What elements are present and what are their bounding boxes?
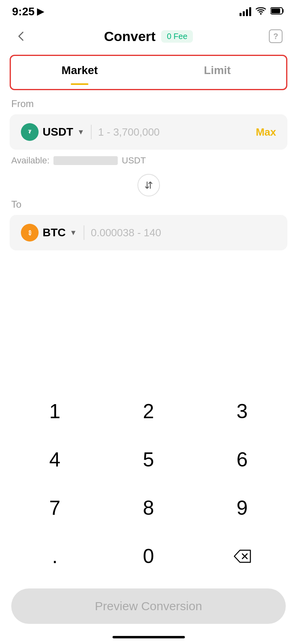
numpad-row-2: 4 5 6 [8,436,289,484]
numpad-key-8[interactable]: 8 [102,484,195,532]
svg-text:?: ? [273,32,278,41]
to-label: To [0,199,297,210]
svg-point-0 [260,13,262,15]
numpad-key-backspace[interactable] [195,532,289,580]
svg-text:₮: ₮ [28,129,32,135]
numpad-key-0[interactable]: 0 [102,532,195,580]
numpad-key-9[interactable]: 9 [195,484,289,532]
time-display: 9:25 [12,5,35,18]
from-currency-box[interactable]: ₮ USDT ▼ 1 - 3,700,000 Max [10,114,287,150]
home-indicator [0,636,297,644]
to-currency-selector[interactable]: ₿ BTC ▼ [21,224,77,242]
back-button[interactable] [11,26,31,46]
home-bar [113,636,185,638]
available-row: Available: USDT [0,150,297,171]
from-currency-name: USDT [43,126,73,138]
swap-container [0,174,297,196]
main-content: Convert 0 Fee ? Market Limit From ₮ [0,22,297,644]
numpad-key-5[interactable]: 5 [102,436,195,484]
svg-text:₿: ₿ [29,229,31,236]
numpad-key-1[interactable]: 1 [8,387,102,436]
swap-button[interactable] [137,174,160,196]
tab-market[interactable]: Market [11,56,149,89]
from-chevron-icon: ▼ [77,128,84,136]
to-amount-placeholder[interactable]: 0.000038 - 140 [91,227,276,239]
from-divider [91,125,92,139]
preview-conversion-button[interactable]: Preview Conversion [11,588,286,624]
help-button[interactable]: ? [266,26,286,46]
to-divider [84,225,84,240]
page-title: Convert [104,29,156,44]
numpad-row-4: . 0 [8,532,289,580]
status-icons [240,6,285,17]
numpad-key-3[interactable]: 3 [195,387,289,436]
numpad-row-1: 1 2 3 [8,387,289,436]
fee-badge: 0 Fee [161,30,193,43]
to-currency-box[interactable]: ₿ BTC ▼ 0.000038 - 140 [10,215,287,250]
tab-bar: Market Limit [10,55,287,90]
tab-active-indicator [71,83,88,85]
usdt-icon: ₮ [21,123,39,141]
preview-button-container: Preview Conversion [0,580,297,636]
to-currency-name: BTC [43,226,66,239]
numpad-key-7[interactable]: 7 [8,484,102,532]
available-amount-blurred [53,156,118,165]
numpad-key-2[interactable]: 2 [102,387,195,436]
numpad-key-decimal[interactable]: . [8,532,102,580]
tab-market-label: Market [61,64,98,77]
from-label: From [0,98,297,109]
tab-limit-label: Limit [204,64,231,77]
from-currency-selector[interactable]: ₮ USDT ▼ [21,123,84,141]
signal-icon [240,7,251,16]
available-currency: USDT [122,155,146,166]
svg-rect-2 [271,8,280,13]
status-time: 9:25 ▶ [12,5,44,18]
middle-spacer [0,250,297,379]
btc-icon: ₿ [21,224,39,242]
header: Convert 0 Fee ? [0,22,297,51]
numpad-row-3: 7 8 9 [8,484,289,532]
to-chevron-icon: ▼ [70,229,77,237]
location-arrow-icon: ▶ [37,6,44,17]
numpad-key-4[interactable]: 4 [8,436,102,484]
header-center: Convert 0 Fee [104,29,193,44]
status-bar: 9:25 ▶ [0,0,297,22]
numpad-key-6[interactable]: 6 [195,436,289,484]
numpad: 1 2 3 4 5 6 7 8 9 . 0 [0,387,297,580]
wifi-icon [255,6,266,17]
from-amount-placeholder[interactable]: 1 - 3,700,000 [98,126,249,138]
available-label: Available: [11,155,49,166]
battery-icon [270,7,285,17]
max-button[interactable]: Max [256,126,276,138]
tab-limit[interactable]: Limit [149,56,287,89]
